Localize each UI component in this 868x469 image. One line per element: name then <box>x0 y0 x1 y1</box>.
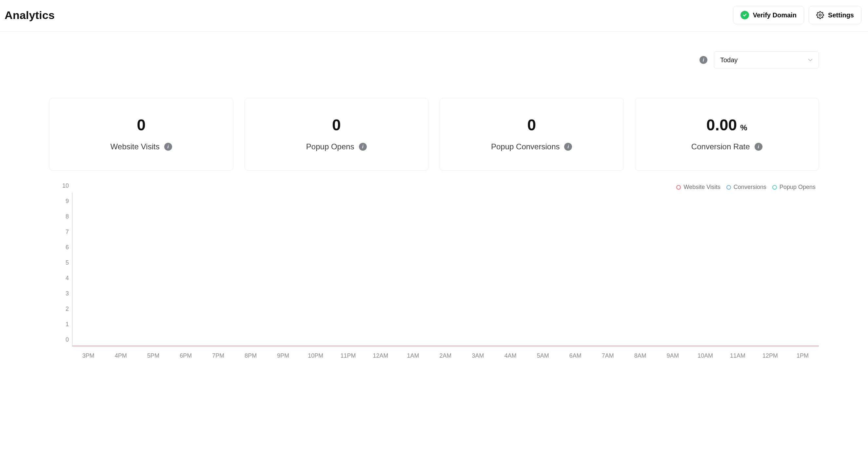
stat-label: Popup Opens <box>306 142 354 151</box>
chart-x-axis: 3PM4PM5PM6PM7PM8PM9PM10PM11PM12AM1AM2AM3… <box>49 353 819 359</box>
info-icon[interactable]: i <box>164 143 172 150</box>
x-tick: 5PM <box>137 353 169 359</box>
verify-domain-button[interactable]: Verify Domain <box>733 6 804 24</box>
stat-label: Conversion Rate <box>691 142 750 151</box>
x-tick: 8PM <box>235 353 267 359</box>
x-tick: 12AM <box>364 353 397 359</box>
legend-label: Popup Opens <box>779 184 815 191</box>
x-tick: 11PM <box>332 353 364 359</box>
x-tick: 11AM <box>721 353 754 359</box>
x-tick: 1AM <box>397 353 429 359</box>
verify-domain-label: Verify Domain <box>753 11 797 19</box>
y-tick: 1 <box>66 321 69 328</box>
stat-value: 0 <box>137 117 146 133</box>
y-tick: 5 <box>66 259 69 266</box>
chart-legend: Website Visits Conversions Popup Opens <box>49 184 819 191</box>
x-tick: 8AM <box>624 353 657 359</box>
y-tick: 6 <box>66 244 69 251</box>
stat-card-popup-conversions: 0 Popup Conversions i <box>440 98 624 171</box>
chevron-down-icon <box>808 59 813 62</box>
legend-marker-icon <box>676 185 681 190</box>
info-icon[interactable]: i <box>359 143 367 150</box>
x-tick: 4AM <box>494 353 527 359</box>
x-tick: 2AM <box>429 353 462 359</box>
stat-value: 0 <box>332 117 341 133</box>
x-tick: 6AM <box>559 353 592 359</box>
y-tick: 7 <box>66 229 69 235</box>
chart-plot-area <box>72 193 819 346</box>
legend-label: Website Visits <box>683 184 720 191</box>
topbar-actions: Verify Domain Settings <box>733 6 862 24</box>
x-tick: 3PM <box>72 353 104 359</box>
info-icon[interactable]: i <box>564 143 572 150</box>
x-tick: 9PM <box>267 353 299 359</box>
content: i Today 0 Website Visits i 0 Popup Opens… <box>0 32 868 356</box>
date-range-select[interactable]: Today <box>714 52 819 68</box>
stat-card-website-visits: 0 Website Visits i <box>49 98 234 171</box>
x-tick: 7PM <box>202 353 235 359</box>
stat-card-popup-opens: 0 Popup Opens i <box>245 98 429 171</box>
x-tick: 10AM <box>689 353 721 359</box>
chart-baseline <box>72 345 819 346</box>
chart-y-axis: 012345678910 <box>49 193 72 346</box>
y-tick: 4 <box>66 275 69 282</box>
info-icon[interactable]: i <box>700 56 707 64</box>
x-tick: 4PM <box>104 353 137 359</box>
stat-unit: % <box>740 124 747 132</box>
y-tick: 8 <box>66 213 69 220</box>
y-tick: 9 <box>66 198 69 205</box>
legend-marker-icon <box>726 185 731 190</box>
legend-item-conversions[interactable]: Conversions <box>726 184 766 191</box>
x-tick: 5AM <box>527 353 559 359</box>
date-range-selected: Today <box>720 56 738 64</box>
controls-row: i Today <box>49 52 819 68</box>
legend-marker-icon <box>772 185 777 190</box>
stat-cards-row: 0 Website Visits i 0 Popup Opens i 0 Pop… <box>49 98 819 171</box>
legend-item-website-visits[interactable]: Website Visits <box>676 184 720 191</box>
stat-label: Website Visits <box>111 142 160 151</box>
x-tick: 9AM <box>657 353 689 359</box>
settings-label: Settings <box>828 11 854 19</box>
y-tick: 0 <box>66 336 69 343</box>
y-tick: 3 <box>66 290 69 297</box>
y-tick: 2 <box>66 306 69 312</box>
chart: 012345678910 3PM4PM5PM6PM7PM8PM9PM10PM11… <box>49 193 819 356</box>
chart-section: Website Visits Conversions Popup Opens 0… <box>49 184 819 356</box>
x-tick: 1PM <box>786 353 819 359</box>
x-tick: 10PM <box>299 353 332 359</box>
settings-button[interactable]: Settings <box>809 6 862 24</box>
x-tick: 7AM <box>592 353 624 359</box>
check-circle-icon <box>741 11 749 19</box>
page-title: Analytics <box>5 9 55 22</box>
gear-icon <box>816 11 824 19</box>
stat-value: 0.00 <box>706 117 737 133</box>
x-tick: 3AM <box>462 353 494 359</box>
topbar: Analytics Verify Domain Settings <box>0 0 868 32</box>
legend-item-popup-opens[interactable]: Popup Opens <box>772 184 815 191</box>
y-tick: 10 <box>62 182 69 189</box>
x-tick: 12PM <box>754 353 786 359</box>
x-tick: 6PM <box>169 353 202 359</box>
info-icon[interactable]: i <box>754 143 763 150</box>
stat-card-conversion-rate: 0.00 % Conversion Rate i <box>635 98 819 171</box>
svg-point-0 <box>819 14 821 16</box>
stat-label: Popup Conversions <box>491 142 560 151</box>
stat-value: 0 <box>527 117 536 133</box>
legend-label: Conversions <box>734 184 766 191</box>
